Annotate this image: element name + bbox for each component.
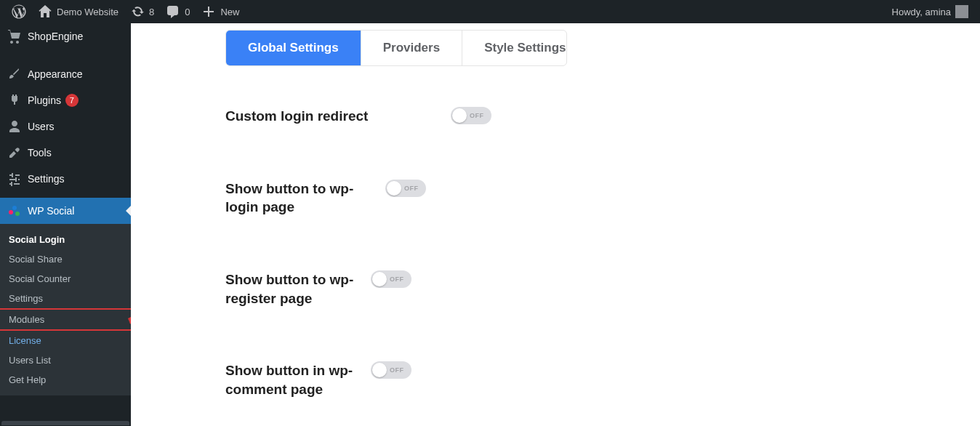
sliders-icon xyxy=(7,172,22,186)
sidebar-item-shopengine[interactable]: ShopEngine xyxy=(0,23,131,49)
sidebar-item-label: Users xyxy=(28,121,55,132)
sidebar-item-label: Tools xyxy=(28,147,52,158)
new-content[interactable]: New xyxy=(196,0,245,23)
wordpress-icon xyxy=(12,4,26,19)
setting-label: Show button to wp-register page xyxy=(225,270,371,308)
comments-count: 0 xyxy=(185,7,190,17)
toggle-state: OFF xyxy=(470,112,484,119)
submenu-settings[interactable]: Settings xyxy=(0,289,131,308)
toggle-knob xyxy=(452,108,467,123)
tab-style-settings[interactable]: Style Settings xyxy=(462,31,567,65)
sidebar-item-label: WP Social xyxy=(28,205,74,217)
updates[interactable]: 8 xyxy=(124,0,160,23)
collapse-menu[interactable] xyxy=(1,421,129,425)
submenu-users-list[interactable]: Users List xyxy=(0,350,131,370)
toggle-knob xyxy=(387,181,401,196)
setting-wp-comment: Show button in wp-comment page OFF xyxy=(225,361,980,398)
setting-label: Show button to wp-login page xyxy=(225,180,385,217)
tabs: Global Settings Providers Style Settings xyxy=(225,30,567,66)
sidebar-item-settings[interactable]: Settings xyxy=(0,166,131,192)
toggle-wp-comment[interactable]: OFF xyxy=(371,361,411,379)
tab-global-settings[interactable]: Global Settings xyxy=(226,31,361,65)
new-label: New xyxy=(220,7,239,17)
admin-sidebar: ShopEngine Appearance Plugins 7 Users To… xyxy=(0,23,131,426)
sidebar-item-label: Plugins xyxy=(28,95,61,106)
greeting: Howdy, amina xyxy=(892,7,951,17)
svg-point-1 xyxy=(12,206,17,210)
setting-label: Show button in wp-comment page xyxy=(225,361,371,398)
setting-wp-register: Show button to wp-register page OFF xyxy=(225,270,980,308)
submenu: Social Login Social Share Social Counter… xyxy=(0,224,131,395)
site-name-label: Demo Website xyxy=(57,7,119,17)
updates-count: 8 xyxy=(149,7,154,17)
sidebar-item-label: Settings xyxy=(28,173,65,185)
toggle-custom-login-redirect[interactable]: OFF xyxy=(451,107,491,124)
update-badge: 7 xyxy=(65,94,79,107)
sidebar-item-tools[interactable]: Tools xyxy=(0,140,131,166)
tab-providers[interactable]: Providers xyxy=(361,31,462,65)
comment-icon xyxy=(166,4,180,19)
social-icon xyxy=(7,204,22,218)
cart-icon xyxy=(7,29,22,44)
submenu-social-counter[interactable]: Social Counter xyxy=(0,269,131,289)
admin-bar: Demo Website 8 0 New Howdy, amina xyxy=(0,0,980,23)
toggle-state: OFF xyxy=(404,185,419,192)
sidebar-item-label: ShopEngine xyxy=(28,31,83,42)
submenu-license[interactable]: License xyxy=(0,331,131,350)
submenu-get-help[interactable]: Get Help xyxy=(0,370,131,390)
toggle-wp-login[interactable]: OFF xyxy=(385,180,426,197)
sidebar-item-plugins[interactable]: Plugins 7 xyxy=(0,87,131,113)
home-icon xyxy=(38,4,52,19)
plug-icon xyxy=(7,93,22,108)
comments[interactable]: 0 xyxy=(160,0,196,23)
brush-icon xyxy=(7,67,22,81)
wp-logo[interactable] xyxy=(6,0,32,23)
sidebar-item-users[interactable]: Users xyxy=(0,113,131,140)
svg-point-2 xyxy=(15,212,20,216)
site-name[interactable]: Demo Website xyxy=(32,0,124,23)
account[interactable]: Howdy, amina xyxy=(886,0,974,23)
toggle-state: OFF xyxy=(390,276,404,283)
toggle-knob xyxy=(372,363,387,377)
toggle-wp-register[interactable]: OFF xyxy=(371,270,411,288)
sidebar-item-appearance[interactable]: Appearance xyxy=(0,61,131,87)
toggle-state: OFF xyxy=(390,366,404,374)
sidebar-item-label: Appearance xyxy=(28,68,83,80)
submenu-modules[interactable]: Modules xyxy=(0,308,132,331)
user-icon xyxy=(7,119,22,134)
setting-custom-login-redirect: Custom login redirect OFF xyxy=(225,107,980,126)
svg-point-0 xyxy=(9,210,13,214)
sidebar-item-wp-social[interactable]: WP Social xyxy=(0,198,131,224)
wrench-icon xyxy=(7,145,22,160)
setting-label: Custom login redirect xyxy=(225,107,451,126)
submenu-social-login[interactable]: Social Login xyxy=(0,230,131,249)
setting-wp-login: Show button to wp-login page OFF xyxy=(225,180,980,217)
plus-icon xyxy=(201,4,216,19)
submenu-social-share[interactable]: Social Share xyxy=(0,249,131,269)
avatar xyxy=(955,5,968,18)
toggle-knob xyxy=(372,272,387,286)
main-content: Global Settings Providers Style Settings… xyxy=(131,23,980,426)
update-icon xyxy=(130,4,145,19)
